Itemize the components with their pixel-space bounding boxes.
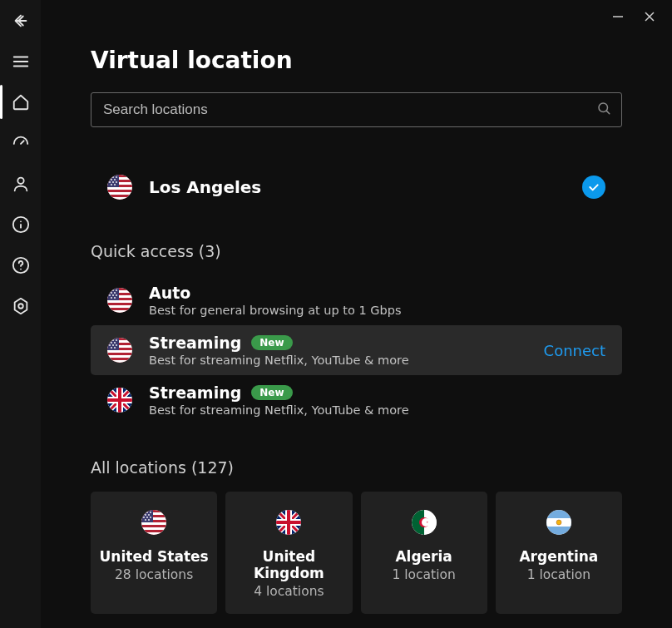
svg-point-67 (109, 344, 111, 346)
flag-icon (546, 510, 571, 535)
location-card[interactable]: Argentina 1 location (496, 492, 622, 614)
quick-access-body: Auto Best for general browsing at up to … (149, 284, 605, 317)
sidebar-menu[interactable] (0, 41, 41, 82)
svg-rect-61 (107, 338, 119, 350)
svg-rect-81 (141, 510, 153, 522)
flag-icon (107, 338, 132, 363)
svg-rect-58 (107, 350, 132, 353)
svg-point-68 (112, 344, 114, 346)
flag-icon (107, 388, 132, 413)
svg-point-46 (116, 289, 117, 291)
main-panel: Virtual location Los Angeles Quick acces… (41, 0, 672, 628)
quick-access-item[interactable]: Streaming New Best for streaming Netflix… (91, 375, 622, 425)
quick-access-title: Auto (149, 284, 190, 302)
svg-point-71 (114, 347, 116, 349)
svg-point-29 (111, 179, 112, 180)
svg-rect-23 (107, 192, 132, 195)
minimize-icon (612, 11, 624, 22)
svg-rect-24 (107, 197, 132, 200)
user-icon (12, 175, 30, 193)
svg-marker-11 (14, 298, 27, 313)
connect-button[interactable]: Connect (544, 342, 605, 359)
svg-point-44 (109, 289, 111, 291)
svg-point-104 (556, 520, 561, 525)
minimize-button[interactable] (612, 10, 624, 26)
quick-access-body: Streaming New Best for streaming Netflix… (149, 334, 544, 367)
svg-point-89 (150, 517, 151, 518)
quick-access-heading: Quick access (3) (91, 242, 622, 260)
location-card-count: 4 locations (232, 584, 345, 599)
location-card-name: Algeria (368, 548, 481, 565)
svg-point-51 (116, 294, 117, 296)
sidebar-help[interactable] (0, 245, 41, 285)
svg-point-27 (112, 176, 114, 178)
svg-point-84 (150, 512, 151, 513)
sidebar-account[interactable] (0, 163, 41, 204)
search-input[interactable] (103, 93, 596, 126)
search-icon (596, 101, 611, 119)
svg-point-31 (109, 181, 111, 183)
svg-rect-43 (107, 288, 119, 300)
quick-access-item[interactable]: Auto Best for general browsing at up to … (91, 275, 622, 325)
svg-point-5 (17, 177, 23, 183)
quick-access-body: Streaming New Best for streaming Netflix… (149, 383, 605, 417)
sidebar-settings[interactable] (0, 285, 41, 326)
flag-icon (276, 510, 301, 535)
content: Virtual location Los Angeles Quick acces… (41, 35, 672, 614)
current-location-name: Los Angeles (149, 177, 582, 197)
sidebar-home[interactable] (0, 82, 41, 122)
svg-point-33 (116, 181, 117, 183)
svg-rect-80 (141, 532, 166, 535)
svg-rect-41 (107, 305, 132, 308)
svg-rect-78 (141, 522, 166, 525)
svg-point-49 (109, 294, 111, 296)
sidebar-back[interactable] (0, 0, 41, 41)
help-icon (12, 256, 30, 274)
svg-rect-60 (107, 360, 132, 363)
location-card-name: United Kingdom (232, 548, 345, 581)
flag-icon (141, 510, 166, 535)
svg-line-17 (606, 111, 609, 113)
new-badge: New (251, 335, 292, 350)
svg-point-85 (145, 514, 146, 516)
info-icon (12, 215, 30, 234)
svg-point-91 (148, 519, 150, 521)
svg-point-90 (145, 519, 146, 521)
all-locations-grid: United States 28 locations United Kingdo… (91, 492, 622, 614)
gauge-icon (12, 134, 30, 152)
location-card[interactable]: United States 28 locations (91, 492, 217, 614)
quick-access-subtitle: Best for streaming Netflix, YouTube & mo… (149, 403, 605, 417)
arrow-left-icon (12, 12, 30, 30)
location-card[interactable]: Algeria 1 location (361, 492, 487, 614)
close-icon (644, 11, 655, 22)
svg-point-30 (114, 179, 116, 180)
svg-point-65 (111, 342, 112, 344)
sidebar-speed[interactable] (0, 122, 41, 163)
sidebar-info[interactable] (0, 204, 41, 245)
location-card-name: United States (97, 548, 210, 565)
svg-point-35 (114, 184, 116, 185)
flag-icon (107, 288, 132, 313)
location-card-count: 1 location (502, 567, 615, 582)
location-card[interactable]: United Kingdom 4 locations (225, 492, 352, 614)
page-title: Virtual location (91, 47, 622, 74)
svg-point-32 (112, 181, 114, 183)
svg-rect-42 (107, 310, 132, 313)
svg-point-66 (114, 342, 116, 344)
svg-rect-40 (107, 300, 132, 303)
svg-point-69 (116, 344, 117, 346)
location-card-count: 1 location (368, 567, 481, 582)
svg-point-34 (111, 184, 112, 185)
svg-point-82 (143, 512, 145, 513)
svg-point-50 (112, 294, 114, 296)
close-button[interactable] (644, 10, 655, 26)
svg-point-26 (109, 176, 111, 178)
quick-access-item[interactable]: Streaming New Best for streaming Netflix… (91, 325, 622, 375)
svg-point-88 (146, 517, 148, 518)
flag-icon (412, 510, 437, 535)
quick-access-title: Streaming (149, 334, 241, 352)
sidebar (0, 0, 41, 628)
current-location-row[interactable]: Los Angeles (91, 169, 622, 205)
new-badge: New (251, 385, 292, 400)
search-box[interactable] (91, 92, 622, 127)
